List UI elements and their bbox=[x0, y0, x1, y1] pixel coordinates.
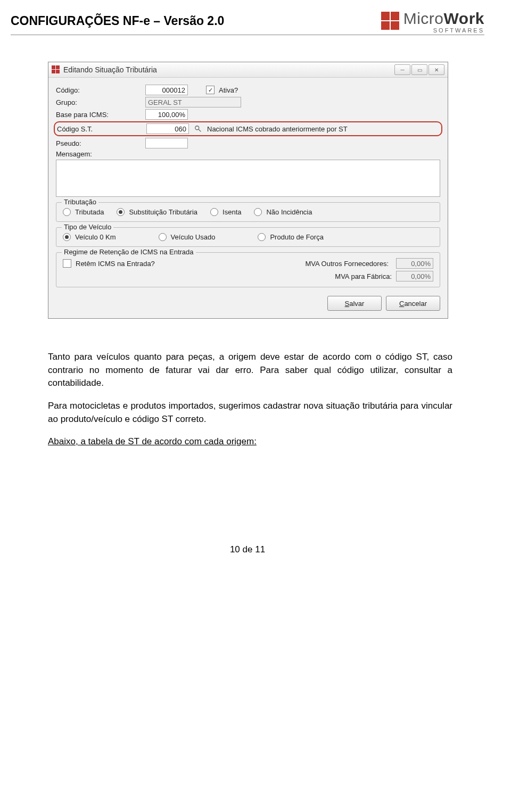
row-codigo-st-highlighted: Código S.T. 060 Nacional ICMS cobrado an… bbox=[54, 121, 442, 136]
checkbox-retem-icms[interactable] bbox=[63, 259, 71, 268]
label-pseudo: Pseudo: bbox=[56, 139, 141, 147]
group-regime-retencao-title: Regime de Retenção de ICMS na Entrada bbox=[62, 248, 196, 256]
dialog-window: Editando Situação Tributária ─ ▭ ✕ Códig… bbox=[48, 62, 448, 319]
group-tributacao-title: Tributação bbox=[62, 198, 98, 206]
label-retem-icms: Retêm ICMS na Entrada? bbox=[76, 260, 171, 268]
logo-text-light: Micro bbox=[403, 10, 444, 27]
label-ativa: Ativa? bbox=[219, 86, 238, 94]
textarea-mensagem[interactable] bbox=[56, 160, 440, 197]
radio-nao-incidencia[interactable]: Não Incidência bbox=[254, 208, 312, 216]
radio-isenta[interactable]: Isenta bbox=[210, 208, 241, 216]
group-tipo-veiculo: Tipo de Veículo Veículo 0 Km Veículo Usa… bbox=[56, 227, 440, 247]
radio-produto-forca[interactable]: Produto de Força bbox=[258, 233, 323, 241]
input-codigo[interactable]: 000012 bbox=[145, 85, 188, 95]
label-codigo-st: Código S.T. bbox=[57, 125, 142, 133]
radio-substituicao[interactable]: Substituição Tributária bbox=[117, 208, 197, 216]
input-pseudo[interactable] bbox=[145, 138, 188, 148]
logo-text-bold: Work bbox=[444, 10, 484, 27]
label-mva-fabrica: MVA para Fábrica: bbox=[63, 272, 392, 280]
radio-produto-forca-label: Produto de Força bbox=[270, 233, 323, 241]
input-codigo-st[interactable]: 060 bbox=[146, 123, 189, 134]
radio-nao-incidencia-label: Não Incidência bbox=[266, 208, 312, 216]
dialog-title: Editando Situação Tributária bbox=[63, 65, 391, 74]
label-grupo: Grupo: bbox=[56, 98, 141, 106]
logo-mark-icon bbox=[381, 12, 399, 30]
header-title: CONFIGURAÇÕES NF-e – Versão 2.0 bbox=[11, 11, 224, 28]
body-paragraph-2: Para motocicletas e produtos importados,… bbox=[48, 400, 452, 426]
radio-veiculo-0km-label: Veículo 0 Km bbox=[75, 233, 116, 241]
radio-substituicao-label: Substituição Tributária bbox=[129, 208, 197, 216]
body-paragraph-1: Tanto para veículos quanto para peças, a… bbox=[48, 351, 452, 390]
radio-tributada-label: Tributada bbox=[75, 208, 104, 216]
group-regime-retencao: Regime de Retenção de ICMS na Entrada Re… bbox=[56, 252, 440, 287]
group-tipo-veiculo-title: Tipo de Veículo bbox=[62, 223, 113, 231]
dialog-titlebar: Editando Situação Tributária ─ ▭ ✕ bbox=[48, 62, 448, 78]
label-mensagem: Mensagem: bbox=[56, 150, 141, 158]
lookup-icon[interactable] bbox=[193, 124, 203, 134]
radio-isenta-label: Isenta bbox=[222, 208, 241, 216]
input-grupo: GERAL ST bbox=[145, 97, 241, 107]
logo-subtext: SOFTWARES bbox=[403, 28, 484, 34]
page-number: 10 de 11 bbox=[11, 544, 484, 555]
body-paragraph-3: Abaixo, a tabela de ST de acordo com cad… bbox=[48, 435, 452, 449]
radio-tributada[interactable]: Tributada bbox=[63, 208, 104, 216]
window-maximize-button[interactable]: ▭ bbox=[411, 64, 427, 75]
label-codigo: Código: bbox=[56, 86, 141, 94]
input-mva-fabrica: 0,00% bbox=[396, 271, 433, 281]
svg-line-1 bbox=[199, 129, 201, 131]
radio-veiculo-usado-label: Veículo Usado bbox=[171, 233, 216, 241]
page-header: CONFIGURAÇÕES NF-e – Versão 2.0 MicroWor… bbox=[11, 11, 484, 35]
group-tributacao: Tributação Tributada Substituição Tribut… bbox=[56, 202, 440, 222]
window-minimize-button[interactable]: ─ bbox=[394, 64, 410, 75]
checkbox-ativa[interactable]: ✓ bbox=[206, 86, 215, 94]
save-button[interactable]: Salvar bbox=[327, 296, 382, 311]
input-base-icms[interactable]: 100,00% bbox=[145, 109, 188, 120]
cancel-button[interactable]: Cancelar bbox=[386, 296, 440, 311]
brand-logo: MicroWork SOFTWARES bbox=[381, 11, 484, 34]
radio-veiculo-0km[interactable]: Veículo 0 Km bbox=[63, 233, 116, 241]
input-mva-outros: 0,00% bbox=[396, 258, 433, 269]
codigo-st-description: Nacional ICMS cobrado anteriormente por … bbox=[207, 125, 348, 133]
radio-veiculo-usado[interactable]: Veículo Usado bbox=[159, 233, 216, 241]
label-mva-outros: MVA Outros Fornecedores: bbox=[176, 260, 392, 268]
svg-point-0 bbox=[195, 126, 199, 130]
app-icon bbox=[52, 65, 60, 74]
window-close-button[interactable]: ✕ bbox=[428, 64, 444, 75]
label-base-icms: Base para ICMS: bbox=[56, 111, 141, 119]
